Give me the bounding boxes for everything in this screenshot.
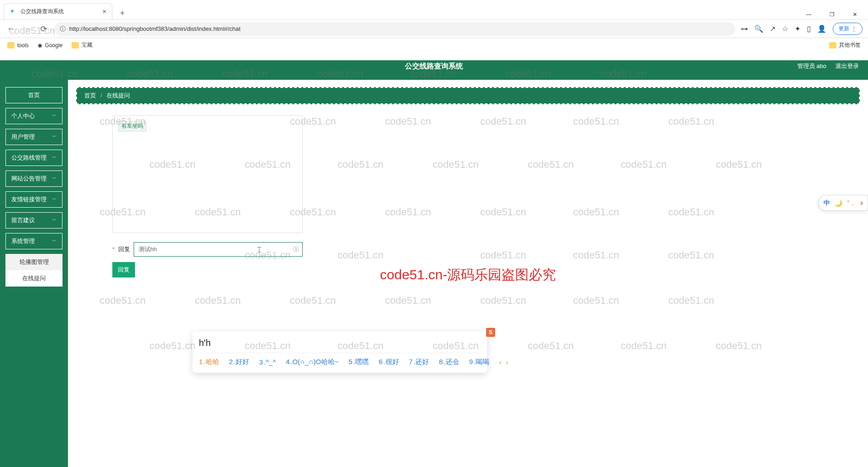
panel-icon[interactable]: ▯	[807, 24, 811, 33]
folder-icon	[829, 42, 836, 49]
chat-message: 有车坐吗	[118, 121, 146, 131]
url-input[interactable]: ⓘ http://localhost:8080/springbootmf383/…	[54, 22, 735, 36]
sidebar-item-busline-mgmt[interactable]: 公交路线管理﹀	[5, 150, 63, 166]
ime-next-icon[interactable]: ›	[506, 359, 508, 366]
vue-favicon: ▼	[10, 8, 17, 15]
bookmark-google[interactable]: ◉Google	[38, 42, 63, 49]
bookmark-other[interactable]: 其他书签	[829, 41, 861, 49]
sidebar: 首页 个人中心﹀ 用户管理﹀ 公交路线管理﹀ 网站公告管理﹀ 友情链接管理﹀ 留…	[0, 80, 68, 467]
text-cursor-icon: ⌶	[257, 246, 261, 253]
close-tab-icon[interactable]: ×	[102, 8, 106, 16]
window-controls: — ❐ ✕	[802, 10, 868, 19]
ime-candidate-4[interactable]: 4.O(∩_∩)O哈哈~	[286, 358, 339, 366]
submenu-online-question[interactable]: 在线提问	[5, 270, 63, 287]
ime-candidates: 1.哈哈 2.好好 3.^_^ 4.O(∩_∩)O哈哈~ 5.嘿嘿 6.很好 7…	[199, 353, 481, 366]
folder-icon	[7, 42, 14, 49]
chevron-down-icon: ﹀	[52, 196, 57, 203]
sidebar-submenu: 轮播图管理 在线提问	[5, 254, 63, 287]
browser-tab[interactable]: ▼ 公交线路查询系统 ×	[4, 3, 112, 19]
google-icon: ◉	[38, 42, 42, 49]
browser-tab-strip: ▼ 公交线路查询系统 × + — ❐ ✕	[0, 0, 868, 20]
sidebar-item-system-mgmt[interactable]: 系统管理﹀	[5, 233, 63, 249]
ime-prev-icon[interactable]: ‹	[499, 359, 502, 366]
breadcrumb-separator: /	[101, 92, 102, 99]
ime-candidate-3[interactable]: 3.^_^	[259, 358, 276, 366]
logout-link[interactable]: 退出登录	[835, 62, 859, 70]
ime-candidate-1[interactable]: 1.哈哈	[199, 358, 219, 366]
main-area: 首页 个人中心﹀ 用户管理﹀ 公交路线管理﹀ 网站公告管理﹀ 友情链接管理﹀ 留…	[0, 80, 868, 467]
required-asterisk: *	[112, 246, 115, 253]
app-header: 公交线路查询系统 管理员 abo 退出登录	[0, 53, 868, 80]
sidebar-item-profile[interactable]: 个人中心﹀	[5, 108, 63, 124]
breadcrumb: 首页 / 在线提问	[76, 87, 860, 104]
folder-icon	[72, 42, 79, 49]
sidebar-item-notice-mgmt[interactable]: 网站公告管理﹀	[5, 170, 63, 187]
ime-status-widget[interactable]: 中 🌙 °， ›	[819, 195, 868, 211]
sidebar-item-feedback[interactable]: 留言建议﹀	[5, 212, 63, 229]
sidebar-item-user-mgmt[interactable]: 用户管理﹀	[5, 129, 63, 145]
content-area: 首页 / 在线提问 有车坐吗 * 回复 ⌶ ⓧ 回复 S h'h	[68, 80, 868, 467]
key-icon[interactable]: ⊶	[741, 24, 748, 33]
breadcrumb-current: 在线提问	[106, 92, 130, 99]
scallop-decoration	[0, 52, 868, 60]
sidebar-item-links-mgmt[interactable]: 友情链接管理﹀	[5, 191, 63, 208]
minimize-icon[interactable]: —	[802, 10, 815, 19]
bookmark-baozang[interactable]: 宝藏	[72, 41, 92, 49]
message-panel[interactable]: 有车坐吗	[112, 115, 303, 233]
close-window-icon[interactable]: ✕	[849, 10, 861, 19]
address-bar: ← → ⟳ ⓘ http://localhost:8080/springboot…	[0, 20, 868, 38]
bookmarks-bar: tools ◉Google 宝藏 其他书签	[0, 38, 868, 53]
ime-lang-indicator[interactable]: 中	[824, 199, 830, 207]
maximize-icon[interactable]: ❐	[826, 10, 838, 19]
ime-buffer: h'h	[199, 336, 481, 353]
new-tab-button[interactable]: +	[116, 7, 129, 19]
search-icon[interactable]: 🔍	[754, 24, 763, 33]
chevron-down-icon: ﹀	[52, 175, 57, 182]
bookmark-star-icon[interactable]: ☆	[782, 24, 788, 33]
watermark-red: code51.cn-源码乐园盗图必究	[380, 266, 556, 284]
ime-candidate-2[interactable]: 2.好好	[229, 358, 250, 366]
ime-candidate-8[interactable]: 8.还会	[439, 358, 459, 366]
sogou-ime-logo: S	[486, 328, 495, 337]
expand-arrow-icon[interactable]: ›	[860, 198, 863, 208]
reply-label: 回复	[118, 245, 130, 253]
chevron-down-icon: ﹀	[52, 134, 57, 140]
profile-icon[interactable]: 👤	[817, 24, 826, 33]
sidebar-item-home[interactable]: 首页	[5, 87, 63, 103]
moon-icon[interactable]: 🌙	[834, 199, 842, 207]
reply-row: * 回复 ⌶ ⓧ	[112, 242, 303, 257]
forward-button[interactable]: →	[22, 24, 33, 34]
tab-title: 公交线路查询系统	[20, 8, 64, 15]
reply-button[interactable]: 回复	[112, 262, 135, 277]
chevron-down-icon: ﹀	[52, 155, 57, 161]
punct-icon[interactable]: °，	[847, 199, 856, 207]
chat-box: 有车坐吗 * 回复 ⌶ ⓧ 回复	[112, 115, 303, 277]
chevron-down-icon: ﹀	[52, 113, 57, 119]
chevron-down-icon: ﹀	[52, 238, 57, 244]
bookmark-tools[interactable]: tools	[7, 42, 29, 49]
ime-popup: S h'h 1.哈哈 2.好好 3.^_^ 4.O(∩_∩)O哈哈~ 5.嘿嘿 …	[193, 331, 487, 373]
extensions-icon[interactable]: ✦	[795, 24, 800, 33]
current-user[interactable]: 管理员 abo	[797, 62, 826, 70]
submenu-carousel-mgmt[interactable]: 轮播图管理	[5, 254, 63, 270]
ime-candidate-7[interactable]: 7.还好	[409, 358, 429, 366]
reply-input[interactable]	[134, 242, 303, 257]
ime-candidate-5[interactable]: 5.嘿嘿	[348, 358, 369, 366]
site-info-icon[interactable]: ⓘ	[60, 25, 66, 33]
clear-input-icon[interactable]: ⓧ	[293, 245, 299, 253]
chevron-down-icon: ﹀	[52, 217, 57, 224]
share-icon[interactable]: ↗	[770, 24, 776, 33]
update-button[interactable]: 更新 ⋮	[833, 23, 863, 35]
url-text: http://localhost:8080/springbootmf383/ad…	[69, 25, 241, 32]
ime-candidate-9[interactable]: 9.喝喝	[469, 358, 490, 366]
ime-candidate-6[interactable]: 6.很好	[379, 358, 399, 366]
back-button[interactable]: ←	[5, 24, 16, 34]
app-title: 公交线路查询系统	[405, 62, 463, 71]
reload-button[interactable]: ⟳	[38, 24, 49, 34]
breadcrumb-home[interactable]: 首页	[84, 92, 96, 99]
